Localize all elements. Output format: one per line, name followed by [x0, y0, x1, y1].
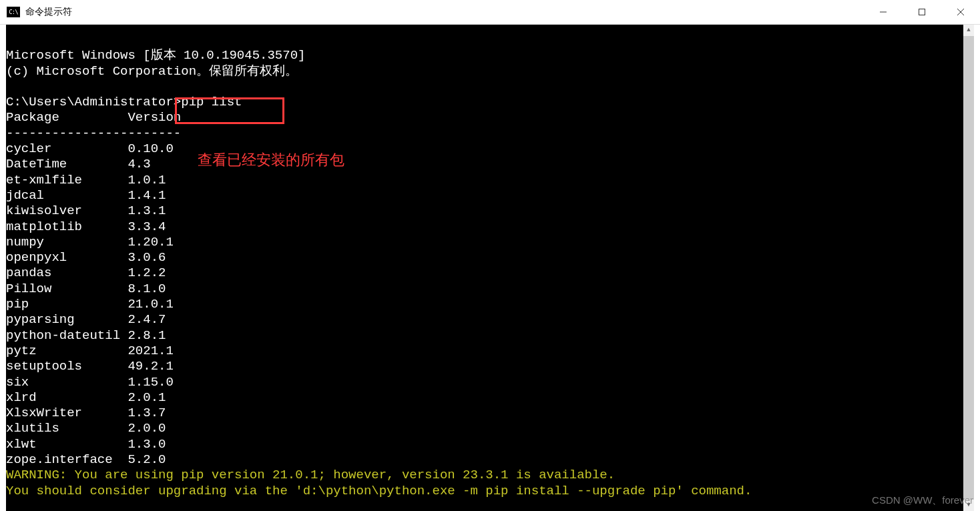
pkg-name: et-xmlfile [6, 173, 128, 188]
pkg-version: 2021.1 [128, 344, 173, 358]
warning-line: You should consider upgrading via the 'd… [6, 484, 752, 498]
package-list: cycler0.10.0 DateTime4.3 et-xmlfile1.0.1… [6, 141, 174, 467]
col-header-version: Version [128, 110, 181, 125]
svg-rect-1 [919, 9, 925, 15]
pkg-version: 1.15.0 [128, 375, 173, 390]
pkg-version: 49.2.1 [128, 359, 173, 374]
pkg-name: cycler [6, 141, 128, 157]
pkg-name: xlwt [6, 437, 128, 452]
pkg-name: pyparsing [6, 312, 128, 328]
scrollbar-up-arrow[interactable]: ▲ [963, 25, 974, 36]
pkg-name: xlutils [6, 421, 128, 436]
pkg-version: 1.0.1 [128, 173, 166, 187]
pkg-name: XlsxWriter [6, 406, 128, 421]
pkg-version: 1.3.1 [128, 203, 166, 218]
pkg-name: zope.interface [6, 452, 128, 468]
scrollbar-track[interactable]: ▲ ▼ [963, 25, 974, 511]
cmd-icon: C:\ [7, 7, 20, 17]
pkg-name: kiwisolver [6, 203, 128, 219]
header-line: (c) Microsoft Corporation。保留所有权利。 [6, 64, 298, 79]
scrollbar-thumb[interactable] [963, 36, 974, 500]
pkg-name: six [6, 375, 128, 390]
pkg-version: 2.0.0 [128, 421, 166, 436]
pkg-name: xlrd [6, 390, 128, 406]
pkg-name: numpy [6, 235, 128, 250]
pkg-name: openpyxl [6, 250, 128, 266]
pkg-version: 5.2.0 [128, 452, 166, 467]
pkg-version: 21.0.1 [128, 297, 173, 312]
pkg-name: python-dateutil [6, 328, 128, 344]
pkg-version: 1.20.1 [128, 235, 173, 249]
pkg-version: 2.0.1 [128, 390, 166, 405]
pkg-version: 1.3.7 [128, 406, 166, 420]
separator: ---------------- [6, 126, 128, 141]
pkg-name: DateTime [6, 157, 128, 172]
pkg-name: setuptools [6, 359, 128, 374]
col-header-package: Package [6, 110, 128, 125]
pkg-name: pytz [6, 344, 128, 359]
pkg-name: pip [6, 297, 128, 312]
maximize-button[interactable] [903, 0, 941, 24]
window-titlebar: C:\ 命令提示符 [0, 0, 980, 25]
pkg-version: 0.10.0 [128, 141, 173, 156]
window-controls [864, 0, 980, 24]
pkg-version: 3.0.6 [128, 250, 166, 265]
pkg-version: 1.2.2 [128, 266, 166, 280]
warning-line: WARNING: You are using pip version 21.0.… [6, 468, 615, 482]
pkg-version: 4.3 [128, 157, 150, 171]
separator: ------- [128, 126, 181, 141]
pkg-version: 1.4.1 [128, 188, 166, 203]
window-title: 命令提示符 [25, 6, 72, 18]
pkg-version: 8.1.0 [128, 282, 166, 296]
pkg-version: 1.3.0 [128, 437, 166, 452]
pkg-version: 3.3.4 [128, 219, 166, 234]
prompt-path: C:\Users\Administrator> [6, 95, 181, 109]
scrollbar-down-arrow[interactable]: ▼ [963, 500, 974, 511]
minimize-button[interactable] [864, 0, 903, 24]
terminal-area[interactable]: Microsoft Windows [版本 10.0.19045.3570] (… [6, 25, 974, 511]
pkg-name: Pillow [6, 282, 128, 297]
pkg-version: 2.4.7 [128, 312, 166, 327]
command-text: pip list [181, 95, 242, 109]
header-line: Microsoft Windows [版本 10.0.19045.3570] [6, 48, 305, 63]
pkg-version: 2.8.1 [128, 328, 166, 343]
terminal-content: Microsoft Windows [版本 10.0.19045.3570] (… [6, 33, 963, 511]
close-button[interactable] [941, 0, 980, 24]
pkg-name: pandas [6, 266, 128, 281]
pkg-name: jdcal [6, 188, 128, 203]
pkg-name: matplotlib [6, 219, 128, 235]
